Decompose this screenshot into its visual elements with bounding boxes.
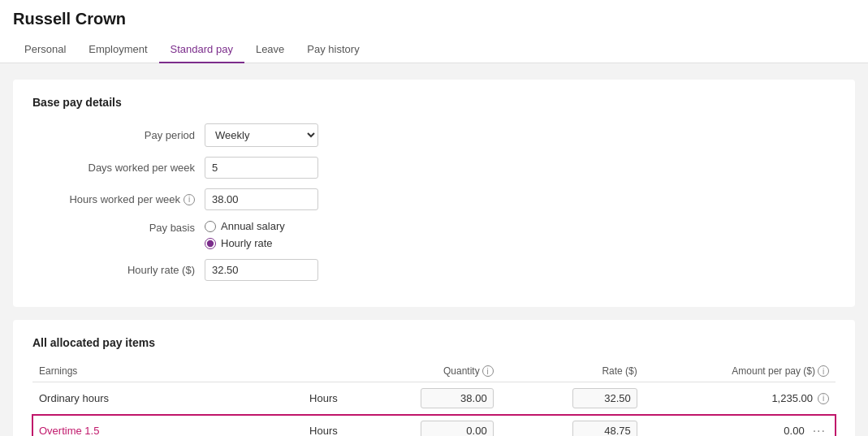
pay-basis-hourly-label: Hourly rate xyxy=(221,237,273,249)
hourly-rate-label: Hourly rate ($) xyxy=(32,264,195,276)
tab-personal[interactable]: Personal xyxy=(13,37,77,63)
days-worked-row: Days worked per week xyxy=(32,157,836,179)
overtime-rate-cell xyxy=(500,415,644,437)
hours-worked-input[interactable] xyxy=(205,188,318,210)
pay-basis-radio-group: Annual salary Hourly rate xyxy=(205,220,285,249)
pay-items-title: All allocated pay items xyxy=(32,336,836,349)
ordinary-rate-cell xyxy=(500,382,644,415)
overtime-rate-input[interactable] xyxy=(572,421,637,436)
ordinary-amount-cell: 1,235.00 i xyxy=(644,382,836,415)
base-pay-title: Base pay details xyxy=(32,96,836,109)
col-earnings-header: Earnings xyxy=(32,360,248,382)
base-pay-section: Base pay details Pay period Weekly Fortn… xyxy=(13,80,855,307)
ordinary-amount-value: 1,235.00 xyxy=(771,392,813,404)
pay-period-label: Pay period xyxy=(32,129,195,141)
hours-worked-label: Hours worked per week i xyxy=(32,193,195,205)
pay-items-section: All allocated pay items Earnings Quantit… xyxy=(13,320,855,436)
overtime-amount-cell: 0.00 ··· xyxy=(644,415,836,437)
hours-worked-info-icon[interactable]: i xyxy=(184,194,195,205)
tab-leave[interactable]: Leave xyxy=(244,37,296,63)
overtime-quantity-input[interactable] xyxy=(421,421,494,436)
tab-standard-pay[interactable]: Standard pay xyxy=(159,37,244,63)
ordinary-amount-info-icon[interactable]: i xyxy=(818,393,829,404)
pay-basis-annual-radio[interactable] xyxy=(205,221,216,232)
hours-worked-row: Hours worked per week i xyxy=(32,188,836,210)
overtime-unit: Hours xyxy=(248,415,344,437)
overtime-label: Overtime 1.5 xyxy=(32,415,248,437)
hourly-rate-input[interactable] xyxy=(205,259,318,281)
page-title: Russell Crown xyxy=(13,10,855,28)
overtime-quantity-cell xyxy=(344,415,500,437)
ordinary-quantity-cell xyxy=(344,382,500,415)
table-header-row: Earnings Quantity i Rate ($) xyxy=(32,360,836,382)
overtime-amount-value: 0.00 xyxy=(784,425,804,436)
ordinary-rate-input[interactable] xyxy=(572,388,637,408)
pay-period-select[interactable]: Weekly Fortnightly Monthly xyxy=(205,123,318,147)
pay-basis-annual-option[interactable]: Annual salary xyxy=(205,220,285,232)
overtime-more-menu[interactable]: ··· xyxy=(810,424,829,437)
app-container: Russell Crown Personal Employment Standa… xyxy=(0,0,868,436)
tab-pay-history[interactable]: Pay history xyxy=(296,37,370,63)
hourly-rate-row: Hourly rate ($) xyxy=(32,259,836,281)
header: Russell Crown Personal Employment Standa… xyxy=(0,0,868,63)
ordinary-quantity-input[interactable] xyxy=(421,388,494,408)
tabs: Personal Employment Standard pay Leave P… xyxy=(13,37,855,63)
days-worked-input[interactable] xyxy=(205,157,318,179)
ordinary-label: Ordinary hours xyxy=(32,382,248,415)
ordinary-unit: Hours xyxy=(248,382,344,415)
quantity-info-icon[interactable]: i xyxy=(482,365,494,377)
col-unit-header xyxy=(248,360,344,382)
table-row: Overtime 1.5 Hours 0.00 ··· xyxy=(32,415,836,437)
pay-items-table: Earnings Quantity i Rate ($) xyxy=(32,360,836,436)
tab-employment[interactable]: Employment xyxy=(77,37,158,63)
pay-basis-label: Pay basis xyxy=(32,220,195,234)
pay-basis-hourly-radio[interactable] xyxy=(205,238,216,249)
table-row: Ordinary hours Hours 1,235.00 i xyxy=(32,382,836,415)
col-amount-header: Amount per pay ($) i xyxy=(644,360,836,382)
amount-info-icon[interactable]: i xyxy=(818,365,829,377)
pay-basis-row: Pay basis Annual salary Hourly rate xyxy=(32,220,836,249)
content: Base pay details Pay period Weekly Fortn… xyxy=(0,63,868,436)
pay-basis-hourly-option[interactable]: Hourly rate xyxy=(205,237,285,249)
pay-basis-annual-label: Annual salary xyxy=(221,220,285,232)
days-worked-label: Days worked per week xyxy=(32,162,195,174)
col-quantity-header: Quantity i xyxy=(344,360,500,382)
col-rate-header: Rate ($) xyxy=(500,360,644,382)
pay-period-row: Pay period Weekly Fortnightly Monthly xyxy=(32,123,836,147)
